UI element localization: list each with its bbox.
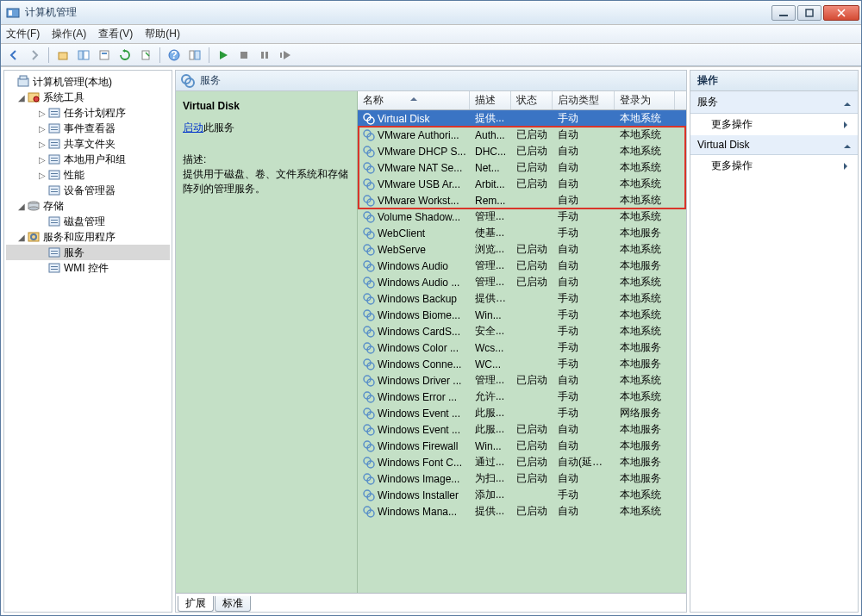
svg-rect-26 <box>51 127 58 128</box>
svg-rect-30 <box>51 145 58 146</box>
minimize-button[interactable] <box>771 5 796 21</box>
help-button[interactable]: ? <box>165 46 184 65</box>
description-text: 提供用于磁盘、卷、文件系统和存储阵列的管理服务。 <box>183 167 350 196</box>
service-row[interactable]: Windows Backup提供 ...手动本地系统 <box>358 290 686 307</box>
tree-item[interactable]: ▷事件查看器 <box>6 121 170 136</box>
service-row[interactable]: VMware NAT Se...Net...已启动自动本地系统 <box>358 159 686 176</box>
action-more-2[interactable]: 更多操作 <box>690 155 858 177</box>
action-group-selected[interactable]: Virtual Disk <box>690 135 858 155</box>
service-row[interactable]: Windows Audio管理...已启动自动本地服务 <box>358 258 686 274</box>
service-row[interactable]: VMware USB Ar...Arbit...已启动自动本地系统 <box>358 176 686 192</box>
svg-rect-32 <box>51 158 58 159</box>
svg-rect-5 <box>78 51 83 59</box>
stop-service-button[interactable] <box>234 46 253 65</box>
svg-rect-37 <box>49 186 59 195</box>
service-row[interactable]: Windows Mana...提供...已启动自动本地系统 <box>358 503 686 520</box>
column-start[interactable]: 启动类型 <box>553 91 615 109</box>
tree-item[interactable]: ▷共享文件夹 <box>6 136 170 152</box>
tab-standard[interactable]: 标准 <box>215 596 251 612</box>
service-info-panel: Virtual Disk 启动此服务 描述: 提供用于磁盘、卷、文件系统和存储阵… <box>176 91 357 593</box>
action-group-services[interactable]: 服务 <box>690 91 858 114</box>
column-desc[interactable]: 描述 <box>470 91 511 109</box>
tree-item[interactable]: ▷性能 <box>6 167 170 183</box>
tree-services-apps[interactable]: ◢服务和应用程序 <box>6 229 170 245</box>
menu-view[interactable]: 查看(V) <box>98 27 133 41</box>
service-row[interactable]: Windows Event ...此服...已启动自动本地服务 <box>358 421 686 438</box>
tree-item[interactable]: 设备管理器 <box>6 183 170 198</box>
action-more-1[interactable]: 更多操作 <box>690 114 858 135</box>
svg-rect-24 <box>51 114 58 115</box>
service-row[interactable]: Windows Driver ...管理...已启动自动本地系统 <box>358 372 686 389</box>
menu-action[interactable]: 操作(A) <box>52 27 86 41</box>
back-button[interactable] <box>4 46 23 65</box>
toggle-pane-button[interactable] <box>185 46 204 65</box>
svg-rect-49 <box>51 251 58 252</box>
service-row[interactable]: Windows Installer添加...手动本地系统 <box>358 487 686 503</box>
tab-extended[interactable]: 扩展 <box>178 596 214 612</box>
svg-rect-50 <box>51 253 58 254</box>
service-row[interactable]: WebClient使基...手动本地服务 <box>358 225 686 241</box>
tree-item[interactable]: 磁盘管理 <box>6 214 170 229</box>
service-row[interactable]: Windows Error ...允许...手动本地系统 <box>358 389 686 405</box>
refresh-button[interactable] <box>116 46 134 65</box>
selected-service-name: Virtual Disk <box>183 100 350 112</box>
service-row[interactable]: VMware Workst...Rem...自动本地系统 <box>358 192 686 208</box>
column-name[interactable]: 名称 <box>358 91 470 109</box>
center-header: 服务 <box>176 71 686 91</box>
service-row[interactable]: Virtual Disk提供...手动本地系统 <box>358 110 686 127</box>
restart-service-button[interactable] <box>276 46 295 65</box>
service-row[interactable]: Windows Conne...WC...手动本地服务 <box>358 356 686 372</box>
svg-rect-7 <box>100 51 109 59</box>
svg-rect-43 <box>49 217 59 226</box>
svg-rect-48 <box>49 248 59 257</box>
column-status[interactable]: 状态 <box>511 91 553 109</box>
svg-rect-29 <box>51 142 58 143</box>
svg-rect-35 <box>51 173 58 174</box>
svg-rect-52 <box>51 266 58 267</box>
service-row[interactable]: Windows Biome...Win...手动本地系统 <box>358 307 686 323</box>
service-row[interactable]: VMware Authori...Auth...已启动自动本地系统 <box>358 127 686 143</box>
services-list[interactable]: 名称 描述 状态 启动类型 登录为 Virtual Disk提供...手动本地系… <box>357 91 686 593</box>
show-hide-tree-button[interactable] <box>74 46 93 65</box>
titlebar: 计算机管理 <box>1 1 861 25</box>
export-button[interactable] <box>136 46 155 65</box>
menu-file[interactable]: 文件(F) <box>6 27 40 41</box>
pause-service-button[interactable] <box>255 46 274 65</box>
service-row[interactable]: Windows Audio ...管理...已启动自动本地系统 <box>358 274 686 290</box>
service-row[interactable]: Windows CardS...安全...手动本地系统 <box>358 323 686 339</box>
svg-rect-12 <box>190 51 194 59</box>
start-service-button[interactable] <box>214 46 233 65</box>
tree-item[interactable]: ▷本地用户和组 <box>6 152 170 167</box>
collapse-icon <box>844 99 851 106</box>
maximize-button[interactable] <box>797 5 821 21</box>
svg-rect-6 <box>84 51 89 59</box>
close-button[interactable] <box>823 5 859 21</box>
service-row[interactable]: VMware DHCP S...DHC...已启动自动本地系统 <box>358 143 686 159</box>
properties-button[interactable] <box>95 46 114 65</box>
service-row[interactable]: Windows Color ...Wcs...手动本地服务 <box>358 339 686 356</box>
service-row[interactable]: Windows Event ...此服...手动网络服务 <box>358 405 686 421</box>
service-row[interactable]: Windows FirewallWin...已启动自动本地服务 <box>358 438 686 454</box>
tree-item[interactable]: ▷任务计划程序 <box>6 105 170 121</box>
service-row[interactable]: Volume Shadow...管理...手动本地系统 <box>358 208 686 225</box>
forward-button[interactable] <box>25 46 44 65</box>
start-service-link[interactable]: 启动 <box>183 121 203 135</box>
service-row[interactable]: Windows Font C...通过...已启动自动(延迟...本地服务 <box>358 454 686 470</box>
tree-storage[interactable]: ◢存储 <box>6 198 170 214</box>
column-logon[interactable]: 登录为 <box>615 91 675 109</box>
service-row[interactable]: WebServe浏览...已启动自动本地系统 <box>358 241 686 258</box>
actions-title: 操作 <box>690 71 858 91</box>
tree-root[interactable]: 计算机管理(本地) <box>6 74 170 90</box>
up-button[interactable] <box>53 46 72 65</box>
tree-item[interactable]: 服务 <box>6 245 170 260</box>
svg-rect-27 <box>51 129 58 130</box>
service-row[interactable]: Windows Image...为扫...已启动自动本地服务 <box>358 470 686 487</box>
navigation-tree[interactable]: 计算机管理(本地) ◢系统工具 ▷任务计划程序▷事件查看器▷共享文件夹▷本地用户… <box>3 70 172 613</box>
list-header[interactable]: 名称 描述 状态 启动类型 登录为 <box>358 91 686 110</box>
tree-system-tools[interactable]: ◢系统工具 <box>6 90 170 105</box>
svg-text:?: ? <box>171 49 177 61</box>
submenu-icon <box>844 163 851 170</box>
window-title: 计算机管理 <box>25 5 771 20</box>
menu-help[interactable]: 帮助(H) <box>145 27 180 41</box>
tree-item[interactable]: WMI 控件 <box>6 260 170 276</box>
